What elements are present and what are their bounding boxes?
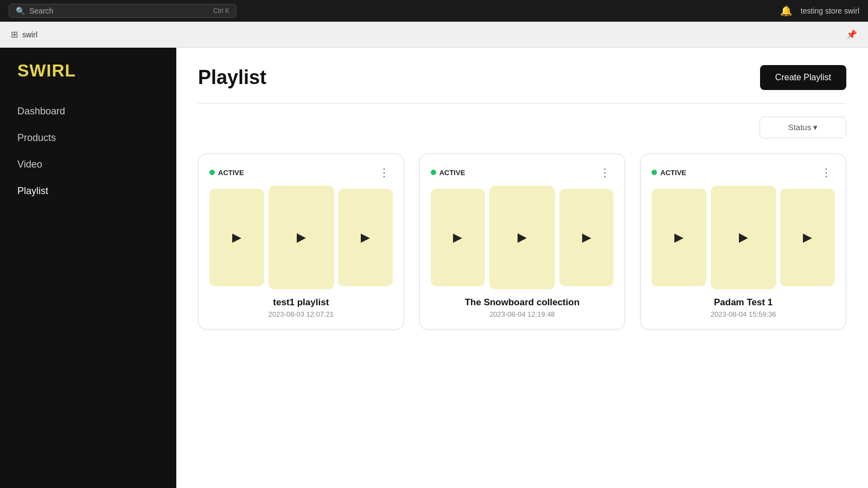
card-3-status-label: ACTIVE bbox=[660, 169, 686, 177]
card-1-thumb-1[interactable]: ▶ bbox=[209, 189, 264, 286]
card-2-thumb-3[interactable]: ▶ bbox=[559, 189, 614, 286]
play-icon: ▶ bbox=[803, 230, 812, 245]
content-area: Playlist Create Playlist Status ▾ ACTIVE… bbox=[176, 48, 868, 488]
top-bar: 🔍 Search Ctrl K 🔔 testing store swirl bbox=[0, 0, 868, 22]
play-icon: ▶ bbox=[518, 230, 527, 245]
create-playlist-button[interactable]: Create Playlist bbox=[760, 65, 846, 90]
card-1-thumb-2[interactable]: ▶ bbox=[269, 186, 334, 290]
play-icon: ▶ bbox=[232, 230, 241, 245]
play-icon: ▶ bbox=[674, 230, 684, 245]
search-placeholder: Search bbox=[29, 7, 53, 15]
card-1-title: test1 playlist bbox=[209, 297, 393, 308]
second-bar: ⊞ swirl 📌 bbox=[0, 22, 868, 48]
card-1-status-badge: ACTIVE bbox=[209, 169, 244, 177]
card-3-more-button[interactable]: ⋮ bbox=[818, 165, 835, 180]
card-2-thumb-2[interactable]: ▶ bbox=[489, 186, 555, 290]
store-name: testing store swirl bbox=[801, 7, 859, 15]
grid-icon: ⊞ bbox=[11, 29, 18, 40]
card-2-thumbnails: ▶ ▶ ▶ bbox=[431, 189, 614, 286]
card-2-header: ACTIVE ⋮ bbox=[431, 165, 614, 180]
search-box[interactable]: 🔍 Search Ctrl K bbox=[9, 4, 237, 18]
play-icon: ▶ bbox=[453, 230, 462, 245]
card-1-more-button[interactable]: ⋮ bbox=[375, 165, 393, 180]
search-icon: 🔍 bbox=[16, 7, 25, 15]
pin-icon[interactable]: 📌 bbox=[846, 29, 857, 40]
card-3-thumb-1[interactable]: ▶ bbox=[652, 189, 706, 286]
play-icon: ▶ bbox=[361, 230, 370, 245]
card-3-status-badge: ACTIVE bbox=[652, 169, 686, 177]
card-2-status-label: ACTIVE bbox=[439, 169, 465, 177]
sidebar-logo: SWIRL bbox=[0, 61, 176, 98]
sidebar-item-dashboard[interactable]: Dashboard bbox=[0, 98, 176, 125]
notification-icon[interactable]: 🔔 bbox=[780, 5, 792, 17]
card-1-status-dot bbox=[209, 170, 215, 175]
sidebar-item-playlist[interactable]: Playlist bbox=[0, 178, 176, 204]
card-3-thumb-2[interactable]: ▶ bbox=[711, 186, 776, 290]
status-filter-dropdown[interactable]: Status ▾ bbox=[760, 117, 846, 138]
card-2-thumb-1[interactable]: ▶ bbox=[431, 189, 486, 286]
header-divider bbox=[198, 103, 846, 104]
card-2-status-dot bbox=[431, 170, 436, 175]
playlist-card-3: ACTIVE ⋮ ▶ ▶ ▶ Padam Test 1 2023-0 bbox=[640, 153, 846, 330]
content-header: Playlist Create Playlist bbox=[198, 65, 846, 90]
sidebar: SWIRL Dashboard Products Video Playlist bbox=[0, 48, 176, 488]
main-layout: SWIRL Dashboard Products Video Playlist … bbox=[0, 48, 868, 488]
status-filter-label: Status bbox=[788, 123, 812, 132]
sidebar-item-video[interactable]: Video bbox=[0, 151, 176, 178]
card-2-date: 2023-08-04 12:19:48 bbox=[431, 310, 614, 318]
card-2-status-badge: ACTIVE bbox=[431, 169, 465, 177]
card-3-date: 2023-08-04 15:59:36 bbox=[652, 310, 835, 318]
sidebar-nav: Dashboard Products Video Playlist bbox=[0, 98, 176, 204]
card-2-title: The Snowboard collection bbox=[431, 297, 614, 308]
play-icon: ▶ bbox=[582, 230, 591, 245]
card-1-date: 2023-08-03 12:07:21 bbox=[209, 310, 393, 318]
card-3-thumbnails: ▶ ▶ ▶ bbox=[652, 189, 835, 286]
dropdown-arrow-icon: ▾ bbox=[813, 123, 818, 132]
card-3-title: Padam Test 1 bbox=[652, 297, 835, 308]
card-3-thumb-3[interactable]: ▶ bbox=[780, 189, 835, 286]
play-icon: ▶ bbox=[739, 230, 748, 245]
play-icon: ▶ bbox=[296, 230, 305, 245]
app-name: ⊞ swirl bbox=[11, 29, 37, 40]
card-1-status-label: ACTIVE bbox=[218, 169, 244, 177]
sidebar-item-products[interactable]: Products bbox=[0, 125, 176, 151]
card-1-header: ACTIVE ⋮ bbox=[209, 165, 393, 180]
playlist-cards-grid: ACTIVE ⋮ ▶ ▶ ▶ test1 playlist 2023 bbox=[198, 153, 846, 330]
card-1-thumbnails: ▶ ▶ ▶ bbox=[209, 189, 393, 286]
card-3-status-dot bbox=[652, 170, 657, 175]
page-title: Playlist bbox=[198, 66, 266, 89]
playlist-card-1: ACTIVE ⋮ ▶ ▶ ▶ test1 playlist 2023 bbox=[198, 153, 404, 330]
search-shortcut: Ctrl K bbox=[213, 7, 229, 15]
card-2-more-button[interactable]: ⋮ bbox=[596, 165, 614, 180]
top-right: 🔔 testing store swirl bbox=[780, 5, 859, 17]
filter-row: Status ▾ bbox=[198, 117, 846, 138]
card-1-thumb-3[interactable]: ▶ bbox=[338, 189, 393, 286]
playlist-card-2: ACTIVE ⋮ ▶ ▶ ▶ The Snowboard collection bbox=[419, 153, 626, 330]
app-label: swirl bbox=[22, 30, 37, 39]
card-3-header: ACTIVE ⋮ bbox=[652, 165, 835, 180]
